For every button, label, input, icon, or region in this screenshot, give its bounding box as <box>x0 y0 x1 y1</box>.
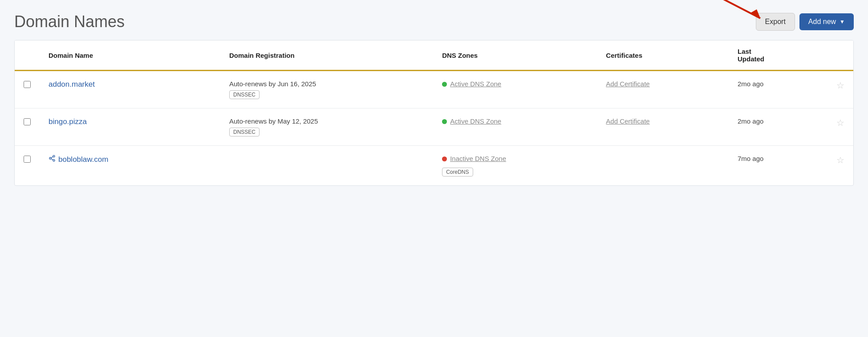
table-row: bobloblaw.comInactive DNS ZoneCoreDNS7mo… <box>15 146 853 186</box>
col-header-star <box>827 40 853 71</box>
favorite-star-icon[interactable]: ☆ <box>836 155 844 165</box>
export-button[interactable]: Export <box>756 13 795 31</box>
dns-zone-link[interactable]: Inactive DNS Zone <box>450 155 506 162</box>
svg-point-3 <box>49 157 51 159</box>
registration-info: Auto-renews by Jun 16, 2025 <box>229 80 424 88</box>
dnssec-badge: DNSSEC <box>229 90 260 99</box>
favorite-star-icon[interactable]: ☆ <box>836 118 844 128</box>
dns-zone-link[interactable]: Active DNS Zone <box>450 80 501 88</box>
favorite-star-icon[interactable]: ☆ <box>836 80 844 90</box>
col-header-last-updated: Last Updated <box>729 40 827 71</box>
svg-line-6 <box>51 156 53 158</box>
dns-status-dot <box>442 156 447 161</box>
registration-info: Auto-renews by May 12, 2025 <box>229 117 424 125</box>
last-updated: 2mo ago <box>738 80 763 88</box>
row-checkbox[interactable] <box>24 81 31 88</box>
svg-line-5 <box>51 159 53 160</box>
col-header-checkbox <box>15 40 40 71</box>
dns-badge: CoreDNS <box>442 168 473 177</box>
col-header-registration: Domain Registration <box>220 40 433 71</box>
domain-link[interactable]: bobloblaw.com <box>58 155 108 164</box>
svg-point-4 <box>53 160 55 161</box>
page-title: Domain Names <box>14 12 125 31</box>
dns-zone-link[interactable]: Active DNS Zone <box>450 117 501 125</box>
table-row: addon.marketAuto-renews by Jun 16, 2025D… <box>15 71 853 108</box>
col-header-certificates: Certificates <box>597 40 729 71</box>
last-updated: 7mo ago <box>738 155 763 162</box>
last-updated: 2mo ago <box>738 117 763 125</box>
svg-point-2 <box>53 155 55 157</box>
chevron-down-icon: ▼ <box>840 19 845 25</box>
add-certificate-link[interactable]: Add Certificate <box>606 117 649 125</box>
domain-link[interactable]: addon.market <box>49 80 95 88</box>
dns-status-dot <box>442 82 447 87</box>
add-new-button[interactable]: Add new ▼ <box>799 13 854 30</box>
row-checkbox[interactable] <box>24 156 31 163</box>
dnssec-badge: DNSSEC <box>229 128 260 136</box>
add-certificate-link[interactable]: Add Certificate <box>606 80 649 88</box>
add-new-label: Add new <box>808 18 836 26</box>
dns-status-dot <box>442 119 447 124</box>
svg-line-0 <box>707 0 760 18</box>
domain-link[interactable]: bingo.pizza <box>49 117 87 126</box>
row-checkbox[interactable] <box>24 118 31 125</box>
domain-names-table: Domain Name Domain Registration DNS Zone… <box>14 40 854 186</box>
share-icon <box>49 156 56 163</box>
col-header-domain-name: Domain Name <box>40 40 220 71</box>
table-row: bingo.pizzaAuto-renews by May 12, 2025DN… <box>15 108 853 146</box>
col-header-dns: DNS Zones <box>433 40 597 71</box>
